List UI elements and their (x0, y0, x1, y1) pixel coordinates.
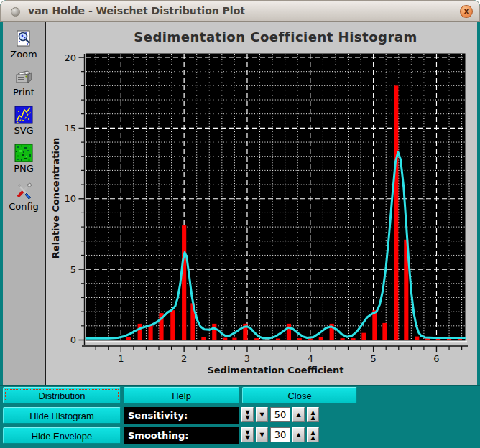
sensitivity-decrement-button[interactable]: ▼ (256, 407, 268, 422)
histogram-bar (297, 338, 302, 340)
config-tools-icon (14, 182, 33, 200)
histogram-bar (223, 338, 227, 340)
x-tick-label: 4 (308, 353, 313, 364)
histogram-bar (126, 337, 131, 340)
smoothing-fast-decrement-button[interactable]: ▼ ▼ (241, 427, 254, 442)
sensitivity-value-field[interactable] (270, 407, 290, 422)
zoom-tool-label: Zoom (10, 49, 37, 60)
histogram-bar (394, 85, 398, 340)
smoothing-label: Smoothing: (124, 427, 239, 444)
x-tick-label: 1 (118, 353, 124, 364)
print-tool-label: Print (13, 87, 34, 98)
config-tool-label: Config (9, 201, 39, 212)
histogram-bar (287, 324, 291, 340)
smoothing-fast-increment-button[interactable]: ▲ ▲ (307, 427, 319, 442)
config-tool-button[interactable]: Config (3, 182, 45, 212)
histogram-bar (415, 337, 419, 340)
double-up-arrow-icon: ▲ (310, 435, 315, 440)
y-tick-label: 15 (64, 123, 76, 134)
histogram-bar (232, 338, 236, 340)
smoothing-decrement-button[interactable]: ▼ (256, 427, 268, 442)
histogram-bar (372, 310, 377, 340)
app-window: van Holde - Weischet Distribution Plot x… (0, 0, 480, 448)
down-arrow-icon: ▼ (259, 412, 264, 417)
close-window-button[interactable]: x (460, 5, 473, 18)
close-button[interactable]: Close (242, 387, 357, 403)
histogram-bar (212, 324, 216, 340)
down-arrow-icon: ▼ (259, 432, 264, 437)
histogram-bar (308, 339, 313, 340)
histogram-bar (341, 338, 345, 340)
x-tick-label: 5 (371, 353, 377, 364)
sensitivity-fast-increment-button[interactable]: ▲ ▲ (307, 407, 319, 422)
y-tick-label: 5 (70, 264, 76, 275)
histogram-chart[interactable]: 12345605101520 (46, 22, 477, 385)
distribution-button[interactable]: Distribution (3, 387, 121, 403)
x-tick-label: 2 (181, 353, 187, 364)
histogram-bar (170, 310, 175, 340)
double-down-arrow-icon: ▼ (245, 415, 249, 420)
smoothing-value-field[interactable] (270, 427, 290, 442)
y-tick-label: 0 (70, 335, 76, 345)
histogram-bar (351, 338, 355, 340)
smoothing-increment-button[interactable]: ▲ (292, 427, 305, 442)
up-arrow-icon: ▲ (296, 412, 300, 417)
svg-export-icon (14, 106, 33, 124)
up-arrow-icon: ▲ (296, 432, 300, 437)
x-tick-label: 6 (433, 353, 439, 364)
printer-icon (14, 67, 33, 86)
hide-envelope-button[interactable]: Hide Envelope (3, 427, 121, 444)
sensitivity-fast-decrement-button[interactable]: ▼ ▼ (241, 407, 254, 422)
help-button[interactable]: Help (124, 387, 239, 403)
histogram-bar (276, 339, 280, 340)
zoom-tool-button[interactable]: Zoom (3, 29, 45, 60)
histogram-bar (149, 325, 153, 340)
print-tool-button[interactable]: Print (3, 67, 45, 98)
control-panel: Distribution Help Close Hide Histogram S… (0, 385, 480, 448)
histogram-bar (319, 337, 323, 340)
double-up-arrow-icon: ▲ (310, 415, 315, 420)
window-title: van Holde - Weischet Distribution Plot (28, 5, 245, 17)
sensitivity-label: Sensitivity: (124, 407, 239, 424)
sensitivity-increment-button[interactable]: ▲ (292, 407, 305, 422)
histogram-bar (382, 323, 387, 340)
histogram-bar (254, 338, 259, 340)
window-menu-icon[interactable] (11, 7, 20, 17)
double-down-arrow-icon: ▼ (245, 435, 249, 440)
png-export-icon (14, 144, 33, 162)
svg-export-label: SVG (14, 125, 33, 136)
png-export-button[interactable]: PNG (3, 144, 45, 174)
y-tick-label: 10 (64, 193, 76, 204)
hide-histogram-button[interactable]: Hide Histogram (3, 407, 121, 424)
toolbar-sidebar: Zoom Print SVG (3, 22, 45, 385)
zoom-document-icon (14, 29, 33, 48)
histogram-bar (138, 324, 142, 340)
svg-export-button[interactable]: SVG (3, 106, 45, 136)
histogram-bar (361, 333, 366, 340)
png-export-label: PNG (14, 163, 34, 174)
histogram-bar (182, 225, 186, 340)
histogram-bar (201, 337, 206, 340)
plot-widget: Sedimentation Coefficient Histogram Rela… (46, 22, 477, 385)
x-tick-label: 3 (244, 353, 250, 364)
title-bar[interactable]: van Holde - Weischet Distribution Plot x (0, 0, 480, 22)
y-tick-label: 20 (64, 52, 76, 63)
